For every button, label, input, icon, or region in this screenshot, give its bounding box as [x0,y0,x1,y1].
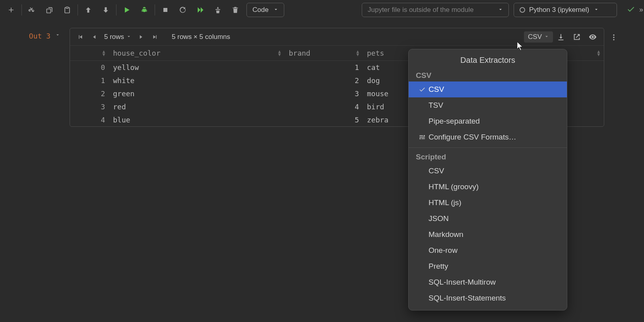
add-cell-button[interactable] [2,2,20,18]
collapse-output-button[interactable] [55,32,60,39]
menu-item-csv[interactable]: CSV [409,81,567,97]
cell-index: 0 [70,61,109,74]
column-header-house-color[interactable]: house_color ▲▼ [109,46,285,61]
module-warning-dropdown[interactable]: Jupyter file is outside of the module [362,3,509,17]
settings-icon [416,134,429,141]
sort-icon: ▲▼ [356,50,359,56]
column-header-index[interactable]: ▲▼ [70,46,109,61]
menu-item-html-groovy[interactable]: HTML (groovy) [409,179,567,195]
cell-house-color: yellow [109,61,285,74]
cell-brand: 5 [285,113,363,126]
menu-item-pipe-separated[interactable]: Pipe-separated [409,113,567,129]
sort-icon: ▲▼ [278,50,281,56]
menu-item-pretty[interactable]: Pretty [409,258,567,274]
move-down-button[interactable] [97,2,114,18]
clear-outputs-button[interactable] [209,2,227,18]
svg-point-3 [424,135,425,136]
restart-button[interactable] [174,2,192,18]
cell-type-dropdown[interactable]: Code [246,3,284,17]
toolbar-overflow-button[interactable]: » [639,6,642,14]
debug-cell-button[interactable] [136,2,153,18]
menu-item-tsv[interactable]: TSV [409,97,567,113]
svg-point-0 [613,35,614,36]
main-toolbar: Code Jupyter file is outside of the modu… [0,0,644,20]
rows-label: 5 rows [104,33,124,41]
menu-item-sql-insert-statements[interactable]: SQL-Insert-Statements [409,290,567,306]
cell-brand: 2 [285,74,363,87]
menu-item-sql-insert-multirow[interactable]: SQL-Insert-Multirow [409,274,567,290]
download-button[interactable] [553,30,569,44]
menu-item-one-row[interactable]: One-row [409,242,567,258]
prev-page-button[interactable] [87,30,102,44]
kernel-label: Python 3 (ipykernel) [529,6,589,14]
run-all-button[interactable] [192,2,209,18]
sort-icon: ▲▼ [103,50,105,56]
move-up-button[interactable] [80,2,97,18]
module-warning-label: Jupyter file is outside of the module [368,6,473,14]
cell-index: 4 [70,113,109,126]
menu-separator [409,147,567,148]
data-extractors-menu: Data Extractors CSV CSV TSV Pipe-separat… [408,49,567,310]
menu-item-html-js[interactable]: HTML (js) [409,195,567,211]
kernel-status-icon [520,7,525,13]
cut-button[interactable] [23,2,41,18]
interrupt-button[interactable] [157,2,174,18]
cell-index: 3 [70,100,109,113]
cell-house-color: red [109,100,285,113]
column-header-brand[interactable]: brand ▲▼ [285,46,363,61]
cell-brand: 4 [285,100,363,113]
cell-house-color: green [109,87,285,100]
copy-button[interactable] [41,2,58,18]
popup-title: Data Extractors [409,54,567,69]
cell-house-color: blue [109,113,285,126]
cell-brand: 1 [285,61,363,74]
chevron-down-icon [274,6,278,14]
svg-point-1 [613,37,614,38]
cell-type-label: Code [252,6,269,14]
next-page-button[interactable] [134,30,148,44]
svg-point-2 [613,39,614,40]
output-label: Out 3 [29,32,50,40]
menu-item-configure-csv[interactable]: Configure CSV Formats… [409,129,567,145]
last-page-button[interactable] [148,30,162,44]
svg-point-4 [419,138,421,139]
cell-index: 2 [70,87,109,100]
popup-group-scripted: Scripted [409,150,567,163]
rows-per-page-dropdown[interactable]: 5 rows [102,33,134,41]
menu-item-scripted-csv[interactable]: CSV [409,163,567,179]
sort-icon: ▲▼ [597,50,600,56]
first-page-button[interactable] [73,30,87,44]
frame-more-button[interactable] [608,31,620,43]
kernel-dropdown[interactable]: Python 3 (ipykernel) [514,3,617,17]
menu-item-json[interactable]: JSON [409,211,567,227]
open-external-button[interactable] [569,30,585,44]
menu-item-markdown[interactable]: Markdown [409,227,567,242]
toggle-visibility-button[interactable] [585,30,601,44]
trusted-check-icon [625,5,637,15]
cell-index: 1 [70,74,109,87]
chevron-down-icon [544,33,549,41]
cell-house-color: white [109,74,285,87]
check-icon [416,86,429,93]
extractor-label: CSV [528,33,542,41]
run-cell-button[interactable] [118,2,136,18]
paste-button[interactable] [58,2,76,18]
chevron-down-icon [126,33,131,41]
dimensions-label: 5 rows × 5 columns [172,33,230,41]
chevron-down-icon [498,6,503,14]
delete-cell-button[interactable] [227,2,244,18]
output-gutter: Out 3 [0,28,70,127]
data-extractor-dropdown[interactable]: CSV [524,31,553,43]
dataframe-viewer: 5 rows 5 rows × 5 columns CSV [70,28,604,127]
cell-brand: 3 [285,87,363,100]
popup-group-csv: CSV [409,69,567,81]
chevron-down-icon [594,6,599,14]
